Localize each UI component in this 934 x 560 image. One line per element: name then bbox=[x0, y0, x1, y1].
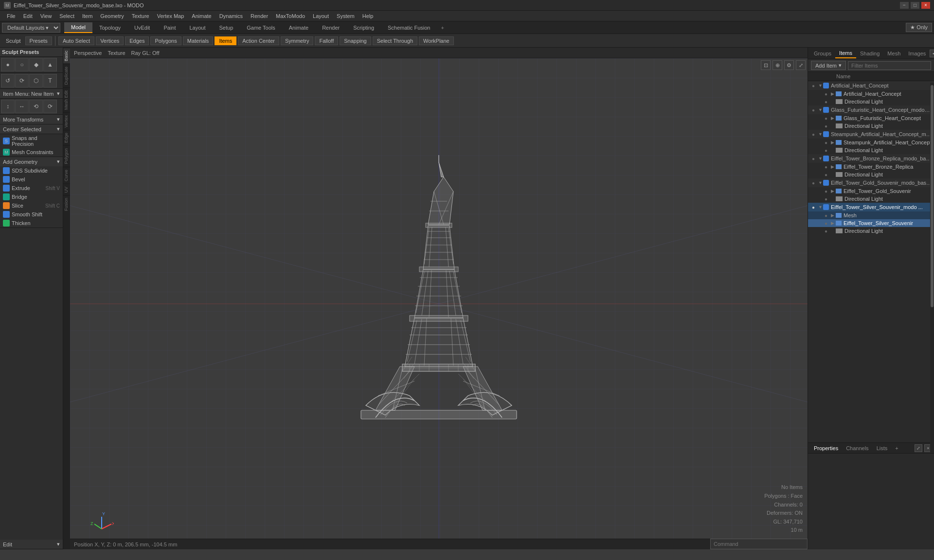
tool-rotate-ccw[interactable]: ↺ bbox=[1, 74, 15, 88]
menu-item-vertex-map[interactable]: Vertex Map bbox=[153, 12, 188, 20]
snaps-precision-item[interactable]: S Snaps and Precision bbox=[0, 134, 63, 148]
eye-steampunk-heart[interactable]: ● bbox=[810, 131, 817, 138]
transform-scale[interactable]: ↕ bbox=[1, 100, 15, 113]
tab-layout[interactable]: Layout bbox=[183, 23, 213, 33]
tool-text[interactable]: T bbox=[43, 74, 57, 88]
filter-items-input[interactable] bbox=[848, 61, 931, 70]
menu-item-dynamics[interactable]: Dynamics bbox=[216, 12, 247, 20]
item-glass-heart-mesh[interactable]: ● ▶ Glass_Futuristic_Heart_Concept bbox=[808, 114, 934, 122]
tab-model[interactable]: Model bbox=[64, 22, 92, 33]
thicken-item[interactable]: Thicken bbox=[0, 219, 63, 228]
menu-item-render[interactable]: Render bbox=[247, 12, 272, 20]
toolbar-btn-snapping[interactable]: Snapping bbox=[340, 36, 371, 45]
item-steampunk-light[interactable]: ● Directional Light bbox=[808, 146, 934, 154]
group-eiffel-gold-header[interactable]: ● ▼ Eiffel_Tower_Gold_Souvenir_modo_base… bbox=[808, 178, 934, 187]
tab-plus-button[interactable]: + bbox=[437, 23, 448, 33]
tab-schematic-fusion[interactable]: Schematic Fusion bbox=[381, 23, 437, 33]
item-silver-light[interactable]: ● Directional Light bbox=[808, 227, 934, 235]
tab-scripting[interactable]: Scripting bbox=[346, 23, 381, 33]
item-gold-light[interactable]: ● Directional Light bbox=[808, 195, 934, 203]
sds-subdivide-item[interactable]: SDS Subdivide bbox=[0, 166, 63, 175]
br-tab-plus[interactable]: + bbox=[891, 444, 902, 452]
tab-mesh[interactable]: Mesh bbox=[883, 49, 904, 58]
side-tab-curve[interactable]: Curve bbox=[63, 167, 70, 184]
tab-render[interactable]: Render bbox=[315, 23, 346, 33]
transform-rotate-2[interactable]: ⟳ bbox=[43, 100, 57, 113]
item-bronze-mesh[interactable]: ● ▶ Eiffel_Tower_Bronze_Replica bbox=[808, 163, 934, 171]
menu-item-select[interactable]: Select bbox=[55, 12, 78, 20]
tab-uvedit[interactable]: UvEdit bbox=[127, 23, 157, 33]
toolbar-btn-vertices[interactable]: Vertices bbox=[96, 36, 124, 45]
tool-rotate-cw[interactable]: ⟳ bbox=[15, 74, 29, 88]
bevel-item[interactable]: Bevel bbox=[0, 175, 63, 184]
side-tab-fusion[interactable]: Fusion bbox=[63, 195, 70, 213]
bridge-item[interactable]: Bridge bbox=[0, 192, 63, 201]
layout-select[interactable]: Default Layouts ▾ bbox=[2, 23, 60, 33]
side-tab-uv[interactable]: UV bbox=[63, 184, 70, 195]
toolbar-btn-symmetry[interactable]: Symmetry bbox=[281, 36, 314, 45]
item-glass-heart-light[interactable]: ● Directional Light bbox=[808, 122, 934, 130]
items-scrollbar[interactable] bbox=[930, 83, 934, 453]
menu-item-edit[interactable]: Edit bbox=[19, 12, 36, 20]
smooth-shift-item[interactable]: Smooth Shift bbox=[0, 210, 63, 219]
center-selected-dropdown[interactable]: Center Selected ▾ bbox=[0, 124, 63, 134]
eye-eiffel-bronze[interactable]: ● bbox=[810, 155, 817, 162]
eye-eiffel-gold[interactable]: ● bbox=[810, 179, 817, 186]
menu-item-item[interactable]: Item bbox=[78, 12, 96, 20]
group-steampunk-heart-header[interactable]: ● ▼ Steampunk_Artificial_Heart_Concept_m… bbox=[808, 130, 934, 139]
item-artificial-heart-mesh[interactable]: ● ▶ Artificial_Heart_Concept bbox=[808, 90, 934, 98]
tab-animate[interactable]: Animate bbox=[282, 23, 315, 33]
command-input[interactable] bbox=[710, 539, 808, 549]
br-tab-properties[interactable]: Properties bbox=[810, 444, 842, 452]
more-transforms-dropdown[interactable]: More Transforms ▾ bbox=[0, 115, 63, 124]
eye-artificial-heart[interactable]: ● bbox=[810, 82, 817, 89]
item-silver-mesh[interactable]: ● ▶ Eiffel_Tower_Silver_Souvenir bbox=[808, 219, 934, 227]
item-silver-mesh-sub[interactable]: ● ▶ Mesh bbox=[808, 211, 934, 219]
toolbar-btn-action-center[interactable]: Action Center bbox=[238, 36, 279, 45]
tab-groups[interactable]: Groups bbox=[810, 49, 835, 58]
tab-game-tools[interactable]: Game Tools bbox=[240, 23, 282, 33]
side-tab-mesh-edit[interactable]: Mesh Edit bbox=[63, 88, 70, 112]
menu-item-file[interactable]: File bbox=[3, 12, 19, 20]
toolbar-btn-falloff[interactable]: Falloff bbox=[315, 36, 338, 45]
tab-images[interactable]: Images bbox=[904, 49, 930, 58]
maximize-button[interactable]: □ bbox=[911, 2, 919, 9]
viewport[interactable]: Perspective Texture Ray GL: Off bbox=[70, 48, 808, 549]
tab-topology[interactable]: Topology bbox=[92, 23, 127, 33]
menu-item-help[interactable]: Help bbox=[359, 12, 377, 20]
toolbar-btn-polygons[interactable]: Polygons bbox=[150, 36, 181, 45]
edit-dropdown[interactable]: Edit ▾ bbox=[0, 540, 63, 549]
br-tab-lists[interactable]: Lists bbox=[873, 444, 892, 452]
eye-glass-heart[interactable]: ● bbox=[810, 106, 817, 113]
item-menu-dropdown[interactable]: Item Menu: New Item ▾ bbox=[0, 89, 63, 99]
item-steampunk-mesh[interactable]: ● ▶ Steampunk_Artificial_Heart_Concept bbox=[808, 139, 934, 146]
toolbar-btn-workplane[interactable]: WorkPlane bbox=[419, 36, 454, 45]
item-artificial-heart-light[interactable]: ● Directional Light bbox=[808, 98, 934, 105]
item-gold-mesh[interactable]: ● ▶ Eiffel_Tower_Gold_Souvenir bbox=[808, 187, 934, 195]
close-button[interactable]: × bbox=[921, 2, 930, 9]
menu-item-texture[interactable]: Texture bbox=[128, 12, 153, 20]
menu-item-geometry[interactable]: Geometry bbox=[96, 12, 127, 20]
vp-fit-icon[interactable]: ⊡ bbox=[761, 60, 771, 70]
group-eiffel-bronze-header[interactable]: ● ▼ Eiffel_Tower_Bronze_Replica_modo_bas… bbox=[808, 154, 934, 163]
menu-item-system[interactable]: System bbox=[333, 12, 359, 20]
vp-zoom-icon[interactable]: ⊕ bbox=[772, 60, 782, 70]
menu-item-layout[interactable]: Layout bbox=[309, 12, 333, 20]
add-geometry-header[interactable]: Add Geometry ▾ bbox=[0, 157, 63, 166]
group-eiffel-silver-header[interactable]: ● ▼ Eiffel_Tower_Silver_Souvenir_modo ..… bbox=[808, 203, 934, 211]
mesh-constraints-item[interactable]: M Mesh Constraints bbox=[0, 148, 63, 157]
tab-shading[interactable]: Shading bbox=[856, 49, 883, 58]
side-tab-polygon[interactable]: Polygon bbox=[63, 145, 70, 167]
scrollbar-thumb[interactable] bbox=[931, 85, 934, 307]
br-tab-channels[interactable]: Channels bbox=[842, 444, 872, 452]
presets-button[interactable]: Presets bbox=[25, 36, 52, 45]
toolbar-btn-select-through[interactable]: Select Through bbox=[373, 36, 417, 45]
toolbar-btn-auto-select[interactable]: Auto Select bbox=[58, 36, 94, 45]
side-tab-edge[interactable]: Edge bbox=[63, 130, 70, 145]
menu-item-view[interactable]: View bbox=[36, 12, 56, 20]
tab-items[interactable]: Items bbox=[835, 49, 856, 58]
slice-item[interactable]: Slice Shift C bbox=[0, 201, 63, 210]
tool-hex[interactable]: ⬡ bbox=[29, 74, 43, 88]
menu-item-animate[interactable]: Animate bbox=[188, 12, 215, 20]
add-item-button[interactable]: Add Item ▾ bbox=[811, 61, 846, 70]
